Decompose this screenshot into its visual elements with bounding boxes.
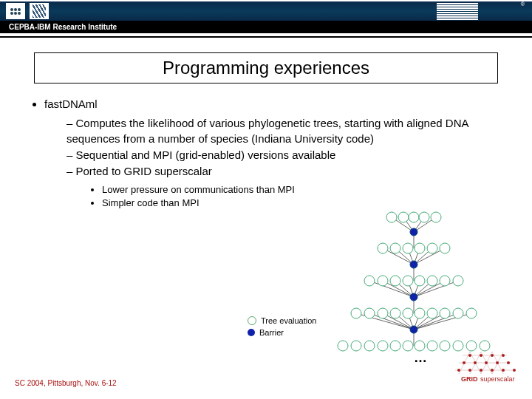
legend-tree-label: Tree evaluation — [261, 316, 316, 325]
svg-point-93 — [485, 361, 488, 364]
svg-point-91 — [463, 361, 466, 364]
svg-point-89 — [491, 354, 494, 357]
svg-point-99 — [491, 369, 494, 372]
svg-point-73 — [410, 228, 417, 236]
svg-point-46 — [403, 276, 413, 286]
ellipsis: … — [414, 350, 429, 366]
bullet-sub1: Computes the likelihood of various phylo… — [66, 116, 510, 146]
slide-title: Programming experiences — [34, 52, 498, 83]
svg-point-38 — [390, 243, 400, 253]
bullet-l1: fastDNAml Computes the likelihood of var… — [44, 97, 510, 209]
grid-logo-top: GRID — [461, 375, 478, 383]
bsc-logo — [30, 3, 49, 19]
tree-diagram — [325, 207, 502, 362]
svg-point-56 — [415, 308, 425, 318]
grid-superscalar-logo: GRID superscalar — [455, 352, 522, 389]
svg-point-90 — [502, 354, 505, 357]
svg-point-54 — [390, 308, 400, 318]
svg-point-39 — [403, 243, 413, 253]
svg-point-50 — [453, 276, 463, 286]
svg-point-88 — [480, 354, 482, 357]
svg-point-51 — [351, 308, 361, 318]
svg-point-94 — [496, 361, 499, 364]
footer-text: SC 2004, Pittsburgh, Nov. 6-12 — [15, 379, 117, 387]
svg-point-45 — [390, 276, 400, 286]
svg-point-33 — [398, 212, 409, 222]
institute-label: CEPBA-IBM Research Institute — [0, 21, 532, 33]
diagram-legend: Tree evaluation Barrier — [248, 316, 316, 340]
circle-filled-icon — [248, 329, 255, 336]
svg-point-44 — [378, 276, 388, 286]
svg-point-43 — [364, 276, 375, 286]
svg-point-95 — [507, 361, 510, 364]
svg-point-57 — [427, 308, 437, 318]
svg-point-60 — [466, 308, 477, 318]
svg-point-61 — [338, 341, 348, 351]
bullet-l1-text: fastDNAml — [44, 98, 98, 110]
svg-point-100 — [502, 369, 505, 372]
svg-point-63 — [364, 341, 375, 351]
svg-point-68 — [427, 341, 437, 351]
legend-barrier: Barrier — [248, 328, 316, 337]
left-logos — [6, 3, 49, 19]
legend-barrier-label: Barrier — [259, 328, 284, 337]
svg-point-69 — [440, 341, 450, 351]
svg-point-59 — [453, 308, 463, 318]
slide-body: fastDNAml Computes the likelihood of var… — [0, 83, 532, 209]
svg-point-97 — [468, 369, 471, 372]
svg-point-36 — [431, 212, 441, 222]
bullet-subsub1: Lower pressure on communications than MP… — [102, 183, 510, 197]
svg-point-48 — [427, 276, 437, 286]
svg-point-35 — [419, 212, 429, 222]
svg-point-49 — [440, 276, 450, 286]
svg-point-67 — [415, 341, 425, 351]
svg-point-37 — [378, 243, 388, 253]
svg-point-32 — [386, 212, 397, 222]
svg-point-34 — [409, 212, 419, 222]
svg-point-101 — [513, 369, 516, 372]
upc-logo — [6, 3, 25, 19]
svg-point-53 — [378, 308, 388, 318]
bullet-sub3: Ported to GRID superscalar Lower pressur… — [66, 164, 510, 209]
svg-point-66 — [403, 341, 413, 351]
svg-point-96 — [457, 369, 460, 372]
svg-point-42 — [440, 243, 450, 253]
header-rule — [0, 36, 532, 38]
svg-point-72 — [480, 341, 490, 351]
ibm-registered: ® — [521, 1, 525, 7]
grid-logo-bottom: superscalar — [480, 375, 515, 383]
svg-point-55 — [403, 308, 413, 318]
svg-point-75 — [410, 293, 417, 301]
bullet-sub3-text: Ported to GRID superscalar — [76, 165, 212, 177]
header-gradient: ® — [0, 0, 532, 21]
bullet-sub2: Sequential and MPI (grid-enabled) versio… — [66, 148, 510, 163]
svg-point-62 — [351, 341, 361, 351]
svg-point-92 — [474, 361, 477, 364]
svg-point-98 — [480, 369, 482, 372]
svg-point-71 — [466, 341, 477, 351]
svg-point-64 — [378, 341, 388, 351]
svg-point-76 — [410, 326, 417, 333]
svg-point-58 — [440, 308, 450, 318]
svg-point-40 — [415, 243, 425, 253]
svg-point-74 — [410, 261, 417, 268]
svg-point-65 — [390, 341, 400, 351]
header-bar: ® CEPBA-IBM Research Institute — [0, 0, 532, 38]
circle-open-icon — [248, 316, 256, 325]
svg-point-41 — [427, 243, 437, 253]
svg-point-52 — [364, 308, 375, 318]
svg-point-87 — [468, 354, 471, 357]
legend-tree: Tree evaluation — [248, 316, 316, 325]
ibm-logo: ® — [437, 3, 525, 20]
svg-point-47 — [415, 276, 425, 286]
svg-point-70 — [453, 341, 463, 351]
